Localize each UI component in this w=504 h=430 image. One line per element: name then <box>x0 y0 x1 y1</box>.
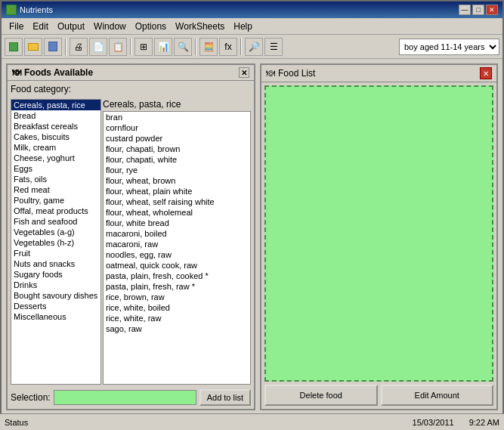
toolbar-button3[interactable]: 📋 <box>109 38 127 56</box>
close-button[interactable]: ✕ <box>486 5 498 15</box>
toolbar-list-button[interactable]: ☰ <box>264 38 283 56</box>
add-to-list-button[interactable]: Add to list <box>199 389 251 406</box>
toolbar-save-button[interactable] <box>44 38 62 56</box>
category-item[interactable]: Breakfast cereals <box>11 121 100 131</box>
food-list-panel-close-button[interactable]: ✕ <box>480 67 492 79</box>
toolbar-dropdown[interactable]: boy aged 11-14 yearsgirl aged 11-14 year… <box>399 39 499 55</box>
category-item[interactable]: Eggs <box>11 163 100 174</box>
status-time: 9:22 AM <box>469 418 499 427</box>
maximize-button[interactable]: □ <box>472 5 484 15</box>
toolbar-print-button[interactable]: 🖨 <box>70 38 88 56</box>
food-item[interactable]: flour, rye <box>104 165 250 175</box>
food-item[interactable]: flour, wheat, plain white <box>104 186 250 196</box>
food-item[interactable]: flour, wheat, self raising white <box>104 196 250 207</box>
new-icon <box>9 42 18 51</box>
toolbar-chart-button[interactable]: 📊 <box>154 38 172 56</box>
list-icon: ☰ <box>270 42 278 52</box>
toolbar-formula-button[interactable]: fx <box>219 38 237 56</box>
category-item[interactable]: Cheese, yoghurt <box>11 153 100 163</box>
menu-item-edit[interactable]: Edit <box>28 20 53 33</box>
food-item[interactable]: flour, chapati, brown <box>104 144 250 154</box>
food-items-list[interactable]: brancornflourcustard powderflour, chapat… <box>103 111 251 385</box>
grid-icon: ⊞ <box>140 42 147 52</box>
menu-item-options[interactable]: Options <box>131 20 171 33</box>
category-item[interactable]: Bread <box>11 110 100 121</box>
category-item[interactable]: Fats, oils <box>11 174 100 184</box>
toolbar: 🖨 📄 📋 ⊞ 📊 🔍 🧮 fx 🔎 ☰ boy aged 11-14 year… <box>2 35 502 59</box>
delete-food-button[interactable]: Delete food <box>264 385 378 406</box>
category-item[interactable]: Sugary foods <box>11 269 100 280</box>
category-item[interactable]: Cereals, pasta, rice <box>11 100 100 110</box>
toolbar-calc-button[interactable]: 🧮 <box>199 38 218 56</box>
save-icon <box>48 42 57 51</box>
category-item[interactable]: Drinks <box>11 280 100 290</box>
category-item[interactable]: Milk, cream <box>11 142 100 153</box>
menu-item-worksheets[interactable]: WorkSheets <box>171 20 229 33</box>
food-item[interactable]: custard powder <box>104 133 250 144</box>
category-item[interactable]: Miscellaneous <box>11 311 100 322</box>
food-item[interactable]: oatmeal, quick cook, raw <box>104 260 250 271</box>
app-icon: 🌿 <box>6 5 17 15</box>
category-item[interactable]: Bought savoury dishes <box>11 290 100 301</box>
toolbar-search-button[interactable]: 🔍 <box>174 38 192 56</box>
toolbar-open-button[interactable] <box>24 38 42 56</box>
foods-panel-title: Foods Available <box>24 67 93 78</box>
foods-available-panel: 🍽 Foods Available ✕ Food category: Cerea… <box>6 63 255 410</box>
food-item[interactable]: pasta, plain, fresh, cooked * <box>104 271 250 281</box>
age-group-select[interactable]: boy aged 11-14 yearsgirl aged 11-14 year… <box>399 39 499 55</box>
toolbar-zoom-button[interactable]: 🔎 <box>245 38 263 56</box>
category-list[interactable]: Cereals, pasta, riceBreadBreakfast cerea… <box>11 99 101 385</box>
foods-panel-close-button[interactable]: ✕ <box>239 67 249 78</box>
category-item[interactable]: Fruit <box>11 248 100 258</box>
food-item[interactable]: flour, wheat, wholemeal <box>104 207 250 218</box>
menu-item-help[interactable]: Help <box>229 20 257 33</box>
food-item[interactable]: cornflour <box>104 122 250 133</box>
edit-amount-button[interactable]: Edit Amount <box>381 385 494 406</box>
food-item[interactable]: macaroni, raw <box>104 239 250 249</box>
food-list-content: Delete food Edit Amount <box>261 82 496 409</box>
category-item[interactable]: Cakes, biscuits <box>11 131 100 142</box>
toolbar-grid-button[interactable]: ⊞ <box>135 38 153 56</box>
status-bar: Status 15/03/2011 9:22 AM <box>0 413 504 430</box>
menu-item-window[interactable]: Window <box>89 20 131 33</box>
food-item[interactable]: rice, white, boiled <box>104 302 250 313</box>
food-list-buttons: Delete food Edit Amount <box>264 385 493 406</box>
food-item[interactable]: macaroni, boiled <box>104 228 250 239</box>
minimize-button[interactable]: — <box>459 5 471 15</box>
category-item[interactable]: Vegetables (h-z) <box>11 237 100 248</box>
toolbar-new-button[interactable] <box>5 38 23 56</box>
food-item[interactable]: pasta, plain, fresh, raw * <box>104 281 250 292</box>
foods-panel-icon: 🍽 <box>12 67 21 78</box>
window-controls[interactable]: — □ ✕ <box>459 5 498 15</box>
calc-icon: 🧮 <box>203 42 215 52</box>
menu-item-output[interactable]: Output <box>53 20 89 33</box>
category-item[interactable]: Poultry, game <box>11 195 100 206</box>
category-item[interactable]: Offal, meat products <box>11 206 100 216</box>
category-item[interactable]: Fish and seafood <box>11 216 100 227</box>
food-item[interactable]: flour, white bread <box>104 218 250 228</box>
food-category-name: Cereals, pasta, rice <box>103 99 251 110</box>
menu-bar: FileEditOutputWindowOptionsWorkSheetsHel… <box>2 18 502 35</box>
category-item[interactable]: Desserts <box>11 301 100 311</box>
status-text: Status <box>5 418 413 427</box>
selection-row: Selection: Add to list <box>11 389 251 406</box>
category-item[interactable]: Vegetables (a-g) <box>11 227 100 237</box>
food-item[interactable]: rice, white, raw <box>104 313 250 323</box>
chart-icon: 📊 <box>158 42 169 52</box>
toolbar-preview-button[interactable]: 📄 <box>89 38 107 56</box>
food-category-label: Food category: <box>11 84 251 94</box>
food-item[interactable]: noodles, egg, raw <box>104 249 250 260</box>
food-item[interactable]: rice, brown, raw <box>104 292 250 302</box>
selection-input[interactable] <box>54 390 196 405</box>
food-list-panel: 🍽 Food List ✕ Delete food Edit Amount <box>260 63 498 410</box>
main-content: 🍽 Foods Available ✕ Food category: Cerea… <box>2 59 502 415</box>
food-item[interactable]: sago, raw <box>104 323 250 334</box>
food-item[interactable]: flour, chapati, white <box>104 154 250 165</box>
selection-label: Selection: <box>11 392 51 403</box>
category-item[interactable]: Red meat <box>11 184 100 195</box>
category-item[interactable]: Nuts and snacks <box>11 258 100 269</box>
menu-item-file[interactable]: File <box>5 20 28 33</box>
food-item[interactable]: bran <box>104 112 250 122</box>
food-item[interactable]: flour, wheat, brown <box>104 175 250 186</box>
status-date: 15/03/2011 <box>413 418 454 427</box>
